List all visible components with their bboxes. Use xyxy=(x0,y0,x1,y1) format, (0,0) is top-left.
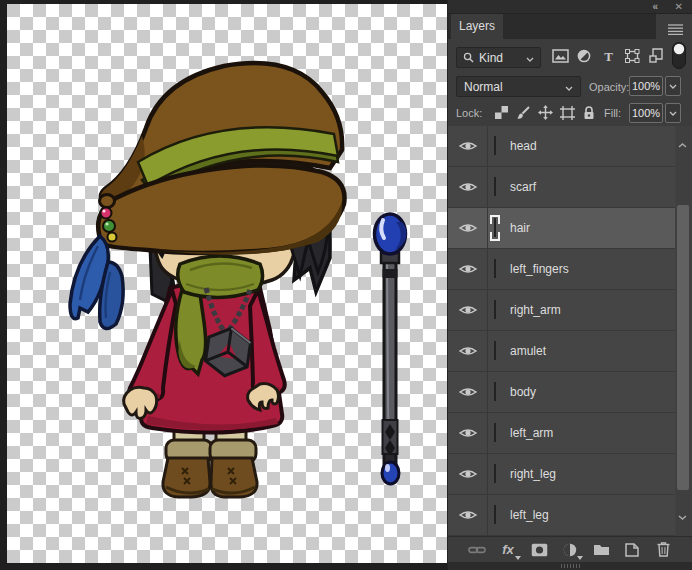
layer-row-right_leg[interactable]: right_leg xyxy=(448,454,675,495)
visibility-toggle[interactable] xyxy=(448,126,488,166)
kind-filter-dropdown[interactable]: Kind xyxy=(456,47,541,68)
scrollbar-thumb[interactable] xyxy=(677,205,689,490)
eye-icon xyxy=(459,222,477,234)
layer-row-right_arm[interactable]: right_arm xyxy=(448,290,675,331)
layer-name[interactable]: scarf xyxy=(510,180,536,194)
layer-name[interactable]: body xyxy=(510,385,536,399)
visibility-toggle[interactable] xyxy=(448,372,488,412)
delete-layer-button[interactable] xyxy=(654,542,672,557)
link-layers-button[interactable] xyxy=(468,545,486,555)
lock-artboard-nesting-icon[interactable] xyxy=(556,106,578,120)
layer-thumbnail[interactable] xyxy=(494,137,496,155)
new-group-button[interactable] xyxy=(592,543,610,556)
layer-row-body[interactable]: body xyxy=(448,372,675,413)
visibility-toggle[interactable] xyxy=(448,454,488,494)
panel-resize-grip[interactable] xyxy=(448,562,692,570)
smart-object-filter-icon[interactable] xyxy=(644,48,668,63)
filter-icons: T xyxy=(548,39,690,72)
lock-icons xyxy=(490,99,600,126)
layers-panel: « ✕ Layers Kind T xyxy=(447,0,692,570)
layer-name[interactable]: left_arm xyxy=(510,426,553,440)
layer-thumbnail[interactable] xyxy=(494,465,496,483)
layer-name[interactable]: hair xyxy=(510,221,530,235)
layer-row-amulet[interactable]: amulet xyxy=(448,331,675,372)
opacity-dropdown-button[interactable] xyxy=(665,76,681,96)
scroll-down-icon[interactable] xyxy=(678,506,687,524)
thumbnail-canvas xyxy=(494,505,496,524)
shape-filter-icon[interactable] xyxy=(620,49,644,63)
blend-mode-dropdown[interactable]: Normal xyxy=(456,76,581,97)
eye-icon xyxy=(459,468,477,480)
panel-menu-icon[interactable] xyxy=(668,21,683,39)
close-panel-icon[interactable]: ✕ xyxy=(675,0,683,13)
visibility-toggle[interactable] xyxy=(448,495,488,535)
caret-icon xyxy=(515,556,521,560)
layer-row-hair[interactable]: hair xyxy=(448,208,675,249)
opacity-value[interactable]: 100% xyxy=(629,76,663,96)
layer-thumbnail[interactable] xyxy=(494,383,496,401)
kind-label: Kind xyxy=(479,51,503,65)
layer-row-left_fingers[interactable]: left_fingers xyxy=(448,249,675,290)
document-canvas[interactable] xyxy=(7,4,447,563)
layer-row-head[interactable]: head xyxy=(448,126,675,167)
adjustment-filter-icon[interactable] xyxy=(572,49,596,63)
lock-all-icon[interactable] xyxy=(578,106,600,120)
fx-icon: fx xyxy=(502,543,514,557)
visibility-toggle[interactable] xyxy=(448,290,488,330)
visibility-toggle[interactable] xyxy=(448,167,488,207)
layer-thumbnail[interactable] xyxy=(494,260,496,278)
visibility-toggle[interactable] xyxy=(448,331,488,371)
layer-thumbnail[interactable] xyxy=(494,342,496,360)
thumbnail-canvas xyxy=(494,423,496,442)
layer-thumbnail[interactable] xyxy=(494,301,496,319)
staff-art xyxy=(375,214,407,484)
lock-label: Lock: xyxy=(456,107,482,119)
layer-list-scrollbar[interactable] xyxy=(676,126,690,536)
layer-thumbnail[interactable] xyxy=(494,424,496,442)
collapse-panel-icon[interactable]: « xyxy=(652,0,657,13)
filtering-toggle[interactable] xyxy=(668,42,690,69)
new-layer-button[interactable] xyxy=(623,543,641,557)
eye-icon xyxy=(459,386,477,398)
visibility-toggle[interactable] xyxy=(448,249,488,289)
character-artwork xyxy=(7,4,447,563)
lock-transparent-pixels-icon[interactable] xyxy=(490,106,512,119)
layer-row-left_arm[interactable]: left_arm xyxy=(448,413,675,454)
layer-name[interactable]: amulet xyxy=(510,344,546,358)
panel-tabbar: Layers xyxy=(448,14,692,39)
eye-icon xyxy=(459,263,477,275)
layer-effects-button[interactable]: fx xyxy=(499,543,517,557)
layer-row-left_leg[interactable]: left_leg xyxy=(448,495,675,536)
layer-name[interactable]: left_fingers xyxy=(510,262,569,276)
lock-position-icon[interactable] xyxy=(534,105,556,120)
layer-name[interactable]: right_arm xyxy=(510,303,561,317)
layer-row-scarf[interactable]: scarf xyxy=(448,167,675,208)
scroll-up-icon[interactable] xyxy=(678,134,687,152)
lock-row: Lock: Fill: 100% xyxy=(448,99,692,126)
tab-layers[interactable]: Layers xyxy=(451,14,503,39)
fill-value[interactable]: 100% xyxy=(629,103,663,123)
lock-image-pixels-icon[interactable] xyxy=(512,106,534,120)
layer-name[interactable]: left_leg xyxy=(510,508,549,522)
layer-name[interactable]: head xyxy=(510,139,537,153)
visibility-toggle[interactable] xyxy=(448,208,488,248)
thumbnail-canvas xyxy=(494,259,496,278)
visibility-toggle[interactable] xyxy=(448,413,488,453)
chevron-down-icon xyxy=(565,80,573,94)
fill-label: Fill: xyxy=(604,107,621,119)
type-filter-icon[interactable]: T xyxy=(596,49,620,62)
layer-mask-button[interactable] xyxy=(530,543,548,557)
thumbnail-canvas xyxy=(494,341,496,360)
layer-thumbnail[interactable] xyxy=(494,178,496,196)
eye-icon xyxy=(459,181,477,193)
layer-thumbnail[interactable] xyxy=(494,219,496,237)
thumbnail-canvas xyxy=(494,464,496,483)
layer-thumbnail[interactable] xyxy=(494,506,496,524)
fill-dropdown-button[interactable] xyxy=(665,103,681,123)
thumbnail-canvas xyxy=(494,382,496,401)
eye-icon xyxy=(459,427,477,439)
image-filter-icon[interactable] xyxy=(548,49,572,63)
opacity-label: Opacity: xyxy=(589,81,629,93)
adjustment-layer-button[interactable] xyxy=(561,543,579,557)
layer-name[interactable]: right_leg xyxy=(510,467,556,481)
